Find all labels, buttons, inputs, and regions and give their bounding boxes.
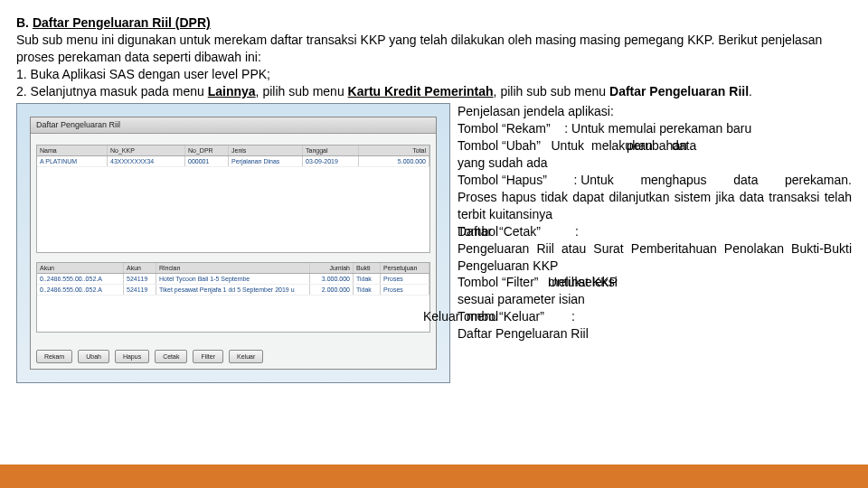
detail-table: Akun Akun Rincian Jumlah Bukti Persetuju… bbox=[36, 262, 430, 333]
hapus-button[interactable]: Hapus bbox=[115, 350, 149, 363]
footer-bar bbox=[0, 465, 868, 488]
section-title: Daftar Pengeluaran Riil (DPR) bbox=[33, 15, 211, 30]
app-screenshot: Daftar Pengeluaran Riil Nama No_KKP No_D… bbox=[16, 103, 450, 383]
rekam-button[interactable]: Rekam bbox=[36, 350, 72, 363]
keluar-button[interactable]: Keluar bbox=[229, 350, 263, 363]
table-row[interactable]: 0..2486.555.00..052.A 524119 Tiket pesaw… bbox=[37, 285, 429, 296]
filter-button[interactable]: Filter bbox=[193, 350, 223, 363]
explanation-panel: Penjelasan jendela aplikasi: Tombol “Rek… bbox=[458, 103, 852, 383]
master-table: Nama No_KKP No_DPR Jenis Tanggal Total A… bbox=[36, 145, 430, 253]
window-title: Daftar Pengeluaran Riil bbox=[31, 117, 436, 134]
cetak-button[interactable]: Cetak bbox=[155, 350, 187, 363]
table-row[interactable]: 0..2486.555.00..052.A 524119 Hotel Tycoo… bbox=[37, 274, 429, 285]
intro-block: B. Daftar Pengeluaran Riil (DPR) Sub sub… bbox=[0, 0, 868, 99]
ubah-button[interactable]: Ubah bbox=[78, 350, 109, 363]
table-row[interactable]: A PLATINUM 43XXXXXXX34 000001 Perjalanan… bbox=[37, 156, 429, 167]
